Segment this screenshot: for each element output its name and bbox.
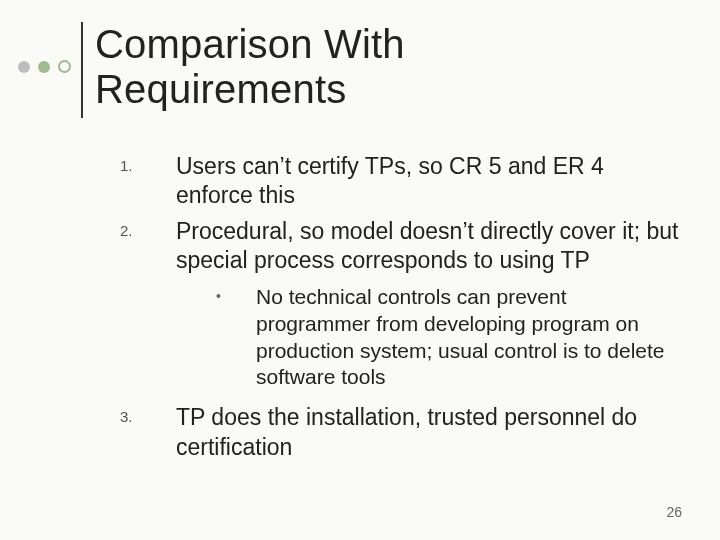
list-text: TP does the installation, trusted person… [176,403,680,462]
slide: Comparison With Requirements 1. Users ca… [0,0,720,540]
decorative-dots [18,60,71,73]
dot-icon [38,61,50,73]
list-item: 3. TP does the installation, trusted per… [120,403,680,462]
sub-list-item: • No technical controls can prevent prog… [216,284,680,392]
sub-list-text: No technical controls can prevent progra… [256,284,680,392]
slide-body: 1. Users can’t certify TPs, so CR 5 and … [120,152,680,468]
dot-icon [58,60,71,73]
list-item: 1. Users can’t certify TPs, so CR 5 and … [120,152,680,211]
page-number: 26 [666,504,682,520]
title-line: Comparison With [95,22,405,66]
list-number: 3. [120,403,176,462]
list-item: 2. Procedural, so model doesn’t directly… [120,217,680,276]
list-text: Users can’t certify TPs, so CR 5 and ER … [176,152,680,211]
list-number: 1. [120,152,176,211]
slide-title: Comparison With Requirements [95,22,405,112]
dot-icon [18,61,30,73]
list-number: 2. [120,217,176,276]
title-line: Requirements [95,67,346,111]
list-text: Procedural, so model doesn’t directly co… [176,217,680,276]
vertical-divider [81,22,83,118]
slide-header: Comparison With Requirements [18,22,700,118]
bullet-icon: • [216,284,256,392]
